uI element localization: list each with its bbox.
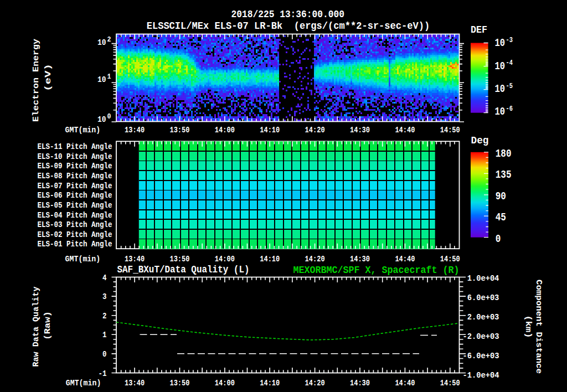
svg-text:14:00: 14:00 [215,378,235,388]
svg-text:14:10: 14:10 [260,254,280,264]
svg-text:10: 10 [495,37,506,49]
svg-text:ELS-05 Pitch Angle: ELS-05 Pitch Angle [38,200,112,210]
svg-text:ELS-01 Pitch Angle: ELS-01 Pitch Angle [38,239,112,249]
svg-text:10: 10 [495,60,506,73]
svg-text:13:40: 13:40 [125,254,145,264]
svg-text:14:50: 14:50 [440,254,460,264]
svg-text:2: 2 [107,35,111,44]
svg-text:ELS-07 Pitch Angle: ELS-07 Pitch Angle [38,181,112,191]
svg-text:0: 0 [107,112,111,121]
svg-text:3: 3 [102,292,107,302]
svg-text:10: 10 [97,38,106,48]
svg-text:ELSSCIL/MEx ELS-07 LR-Bk (erg: ELSSCIL/MEx ELS-07 LR-Bk (ergs/(cm**2-sr… [147,20,430,32]
svg-text:10: 10 [495,82,506,95]
svg-text:14:40: 14:40 [395,125,415,135]
svg-text:ELS-02 Pitch Angle: ELS-02 Pitch Angle [38,230,112,240]
svg-text:14:20: 14:20 [305,125,325,135]
svg-text:45: 45 [496,211,506,224]
svg-text:13:40: 13:40 [125,125,145,135]
svg-text:14:10: 14:10 [260,378,280,388]
svg-text:13:50: 13:50 [169,254,189,264]
svg-text:GMT(min): GMT(min) [66,378,101,388]
svg-text:-2.0e+03: -2.0e+03 [463,332,499,342]
svg-text:-1.0e+04: -1.0e+04 [463,370,499,380]
svg-text:ELS-06 Pitch Angle: ELS-06 Pitch Angle [38,190,112,200]
svg-text:0: 0 [496,233,501,245]
svg-text:180: 180 [496,147,512,160]
svg-text:1.0e+04: 1.0e+04 [467,274,499,283]
svg-text:ELS-10 Pitch Angle: ELS-10 Pitch Angle [38,152,112,162]
svg-text:90: 90 [496,190,506,203]
svg-text:135: 135 [496,168,512,181]
svg-text:13:40: 13:40 [125,378,145,388]
svg-text:(km): (km) [523,316,533,338]
svg-text:10: 10 [495,105,506,118]
svg-text:-6: -6 [506,105,513,113]
svg-text:2018/225 13:36:00.000: 2018/225 13:36:00.000 [231,9,345,20]
svg-text:ELS-08 Pitch Angle: ELS-08 Pitch Angle [38,171,112,181]
svg-text:2.0e+03: 2.0e+03 [467,312,499,322]
svg-text:14:30: 14:30 [350,125,370,135]
svg-text:GMT(min): GMT(min) [65,125,101,135]
svg-text:Deg: Deg [471,135,489,147]
svg-text:ELS-09 Pitch Angle: ELS-09 Pitch Angle [38,161,112,171]
svg-text:14:40: 14:40 [395,254,415,264]
svg-text:14:10: 14:10 [260,125,280,135]
svg-text:0: 0 [102,349,107,359]
svg-text:ELS-04 Pitch Angle: ELS-04 Pitch Angle [38,210,112,220]
svg-text:-4: -4 [506,59,513,67]
svg-text:(Raw): (Raw) [43,311,53,340]
svg-text:14:20: 14:20 [305,254,325,264]
svg-text:ELS-11 Pitch Angle: ELS-11 Pitch Angle [38,142,112,152]
svg-text:DEF: DEF [471,24,487,36]
svg-text:14:50: 14:50 [440,125,460,135]
svg-text:1: 1 [102,330,107,340]
svg-text:SAF_BXuT/Data Quality (L): SAF_BXuT/Data Quality (L) [117,264,250,276]
svg-text:Raw Data Quality: Raw Data Quality [31,287,41,367]
svg-text:10: 10 [97,75,106,85]
svg-text:14:30: 14:30 [350,254,370,264]
svg-text:13:50: 13:50 [169,378,189,388]
svg-text:-3: -3 [506,36,513,44]
svg-text:-1: -1 [99,369,107,379]
svg-text:14:20: 14:20 [305,378,325,388]
svg-text:4: 4 [102,273,107,283]
svg-text:-6.0e+03: -6.0e+03 [463,351,499,361]
svg-text:-5: -5 [506,82,513,90]
svg-text:14:50: 14:50 [440,378,460,388]
svg-text:1: 1 [107,73,111,81]
svg-text:13:50: 13:50 [169,125,189,135]
svg-text:ELS-03 Pitch Angle: ELS-03 Pitch Angle [38,220,112,230]
svg-text:14:40: 14:40 [395,378,415,388]
svg-text:14:00: 14:00 [215,254,235,264]
svg-text:10: 10 [97,115,106,125]
svg-text:Electron Energy: Electron Energy [31,39,41,122]
svg-text:Component Distance: Component Distance [534,280,544,374]
svg-text:14:30: 14:30 [350,378,370,388]
svg-text:2: 2 [102,311,107,321]
svg-text:(eV): (eV) [43,64,53,91]
svg-text:6.0e+03: 6.0e+03 [467,293,499,303]
svg-text:GMT(min): GMT(min) [65,254,101,264]
svg-text:14:00: 14:00 [215,125,235,135]
svg-text:MEXORBMC/SPF X, Spacecraft (R): MEXORBMC/SPF X, Spacecraft (R) [293,265,460,276]
